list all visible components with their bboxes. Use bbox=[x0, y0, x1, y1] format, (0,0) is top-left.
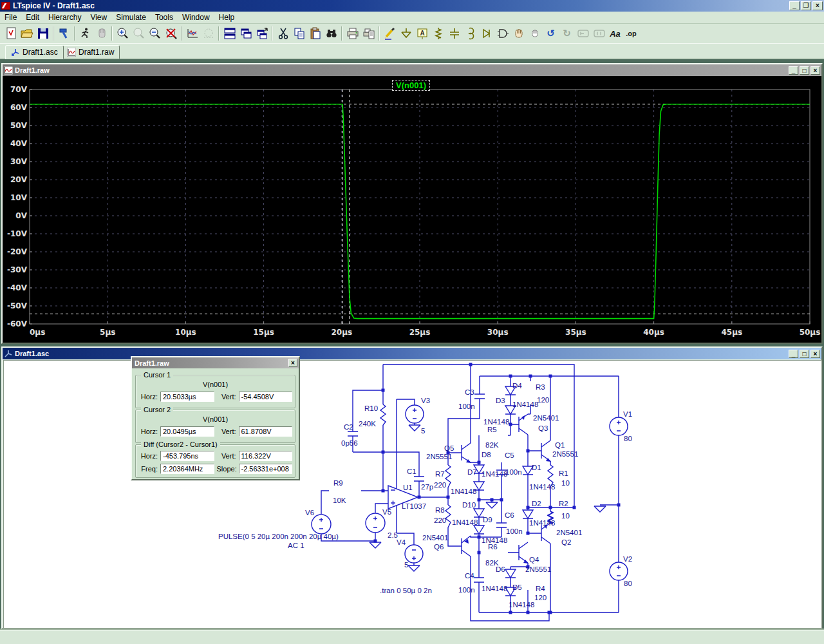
copy-button[interactable] bbox=[291, 26, 307, 41]
menu-simulate[interactable]: Simulate bbox=[111, 12, 151, 23]
schematic-label[interactable]: 120 bbox=[537, 396, 549, 404]
new-schematic-button[interactable] bbox=[3, 26, 19, 41]
schematic-label[interactable]: R1 bbox=[559, 469, 568, 477]
zoom-back-button[interactable] bbox=[131, 26, 147, 41]
zoom-in-button[interactable] bbox=[115, 26, 131, 41]
sch-minimize-button[interactable]: _ bbox=[789, 350, 798, 358]
run-button[interactable] bbox=[77, 26, 93, 41]
schematic-label[interactable]: R5 bbox=[487, 426, 497, 433]
schematic-label[interactable]: 0p56 bbox=[341, 439, 358, 447]
menu-file[interactable]: File bbox=[0, 12, 21, 23]
tile-windows-button[interactable] bbox=[221, 26, 238, 41]
close-button[interactable]: × bbox=[812, 1, 823, 10]
schematic-label[interactable]: 5 bbox=[421, 427, 425, 435]
cursor2-vert-value[interactable]: 61.8708V bbox=[239, 426, 293, 437]
schematic-label[interactable]: R7 bbox=[435, 470, 445, 478]
schematic-label[interactable]: 5 bbox=[404, 561, 408, 569]
control-panel-button[interactable] bbox=[56, 26, 72, 41]
wave-close-button[interactable]: × bbox=[810, 66, 820, 75]
undo-button[interactable]: ↺ bbox=[543, 26, 559, 41]
schematic-label[interactable]: V5 bbox=[382, 508, 391, 516]
zoom-out-button[interactable] bbox=[147, 26, 163, 41]
zoom-full-extents-button[interactable] bbox=[163, 26, 179, 41]
schematic-label[interactable]: V3 bbox=[421, 397, 430, 404]
schematic-label[interactable]: 1N4148 bbox=[482, 585, 507, 592]
autorange-button[interactable] bbox=[200, 26, 216, 41]
ground-button[interactable] bbox=[398, 26, 414, 41]
schematic-label[interactable]: V6 bbox=[305, 509, 314, 516]
cursor-dialog-close-button[interactable]: × bbox=[288, 359, 297, 367]
schematic-label[interactable]: 2N5401 bbox=[533, 414, 559, 422]
schematic-label[interactable]: 1N4148 bbox=[482, 470, 507, 478]
schematic-label[interactable]: R2 bbox=[559, 500, 568, 507]
schematic-label[interactable]: D3 bbox=[496, 397, 505, 404]
cursor1-horz-value[interactable]: 20.5033µs bbox=[160, 392, 214, 402]
paste-button[interactable] bbox=[307, 26, 323, 41]
schematic-label[interactable]: 82K bbox=[485, 441, 499, 449]
minimize-button[interactable]: _ bbox=[789, 1, 800, 10]
schematic-label[interactable]: 2N5551 bbox=[525, 565, 551, 573]
schematic-label[interactable]: 240K bbox=[359, 420, 376, 428]
cursor-dialog-titlebar[interactable]: Draft1.raw × bbox=[132, 357, 299, 368]
schematic-label[interactable]: 80 bbox=[624, 435, 632, 442]
plot-area[interactable]: 0µs5µs10µs15µs20µs25µs30µs35µs40µs45µs50… bbox=[3, 76, 821, 343]
schematic-label[interactable]: 220 bbox=[434, 481, 446, 489]
schematic-label[interactable]: AC 1 bbox=[288, 542, 304, 549]
schematic-label[interactable]: Q4 bbox=[529, 556, 539, 564]
capacitor-button[interactable] bbox=[446, 26, 462, 41]
schematic-canvas[interactable]: R10240KC20p56V35R910KU1LT1037C127pV6PULS… bbox=[3, 360, 822, 629]
cursor1-vert-value[interactable]: -54.4508V bbox=[239, 392, 293, 402]
move-button[interactable] bbox=[510, 26, 527, 41]
schematic-label[interactable]: R10 bbox=[364, 404, 378, 412]
schematic-label[interactable]: D2 bbox=[532, 500, 541, 507]
tab-draft1-raw[interactable]: Draft1.raw bbox=[61, 45, 120, 59]
redo-button[interactable]: ↻ bbox=[559, 26, 575, 41]
schematic-label[interactable]: 1N4148 bbox=[529, 483, 555, 491]
schematic-label[interactable]: 1N4148 bbox=[529, 519, 555, 527]
resistor-button[interactable] bbox=[430, 26, 446, 41]
diff-vert-value[interactable]: 116.322V bbox=[239, 451, 293, 461]
schematic-label[interactable]: LT1037 bbox=[402, 502, 426, 510]
schematic-label[interactable]: Q2 bbox=[561, 538, 571, 546]
waveform-window-titlebar[interactable]: Draft1.raw _ □ × bbox=[3, 64, 821, 76]
wire-button[interactable] bbox=[382, 26, 398, 41]
print-preview-button[interactable] bbox=[360, 26, 377, 41]
schematic-label[interactable]: 100n bbox=[506, 527, 523, 535]
restore-button[interactable]: ❐ bbox=[801, 1, 811, 10]
schematic-label[interactable]: 27p bbox=[421, 483, 433, 491]
schematic-label[interactable]: 100n bbox=[505, 468, 522, 476]
schematic-label[interactable]: R4 bbox=[536, 585, 545, 592]
schematic-label[interactable]: C5 bbox=[505, 451, 514, 459]
diff-horz-value[interactable]: -453.795ns bbox=[160, 451, 214, 461]
schematic-label[interactable]: D7 bbox=[467, 468, 477, 476]
cascade-windows-button[interactable] bbox=[238, 26, 254, 41]
schematic-label[interactable]: D5 bbox=[512, 583, 522, 591]
menu-help[interactable]: Help bbox=[214, 12, 239, 23]
schematic-label[interactable]: .tran 0 50µ 0 2n bbox=[380, 587, 432, 594]
schematic-label[interactable]: 120 bbox=[534, 594, 547, 601]
schematic-label[interactable]: R9 bbox=[333, 479, 343, 487]
schematic-label[interactable]: V4 bbox=[397, 538, 406, 546]
net-label-button[interactable]: A bbox=[414, 26, 430, 41]
schematic-label[interactable]: 1N4148 bbox=[451, 488, 476, 495]
schematic-label[interactable]: R3 bbox=[536, 383, 545, 391]
wave-minimize-button[interactable]: _ bbox=[789, 66, 798, 75]
schematic-label[interactable]: V1 bbox=[623, 410, 632, 418]
schematic-label[interactable]: C3 bbox=[465, 388, 474, 396]
schematic-label[interactable]: 1N4148 bbox=[483, 418, 509, 426]
schematic-label[interactable]: PULSE(0 5 20µ 200n 200n 20µ 40µ) bbox=[218, 533, 339, 540]
schematic-label[interactable]: 100n bbox=[458, 402, 475, 410]
schematic-label[interactable]: D4 bbox=[512, 382, 522, 390]
schematic-label[interactable]: 2N5551 bbox=[426, 453, 452, 460]
text-button[interactable]: Aa bbox=[607, 26, 623, 41]
cut-button[interactable] bbox=[275, 26, 291, 41]
drag-button[interactable] bbox=[527, 26, 543, 41]
wave-maximize-button[interactable]: □ bbox=[800, 66, 809, 75]
open-button[interactable] bbox=[19, 26, 35, 41]
menu-hierarchy[interactable]: Hierarchy bbox=[44, 12, 86, 23]
print-button[interactable] bbox=[344, 26, 360, 41]
schematic-label[interactable]: 2N5401 bbox=[556, 529, 582, 536]
schematic-label[interactable]: 1N4148 bbox=[509, 601, 534, 609]
diode-button[interactable] bbox=[478, 26, 494, 41]
diff-freq-value[interactable]: 2.20364MHz bbox=[160, 464, 214, 474]
